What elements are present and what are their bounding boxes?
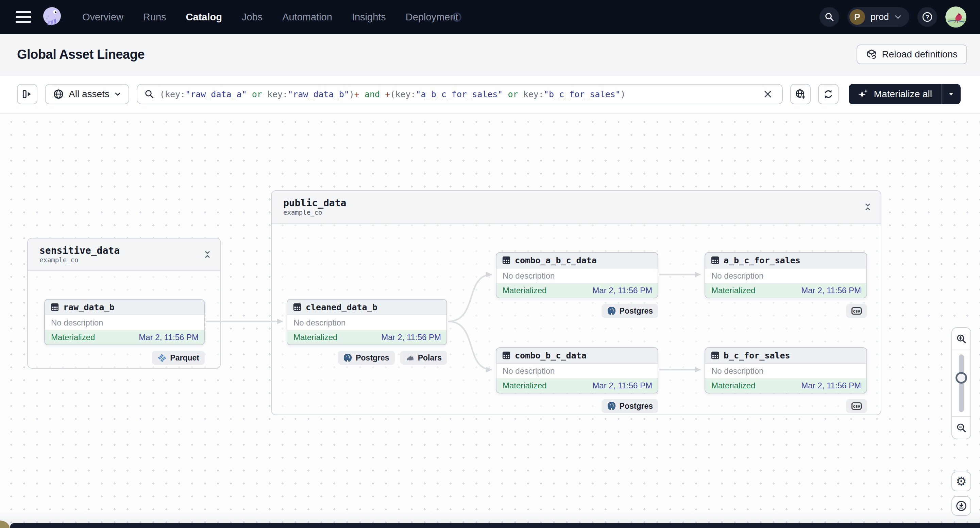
materialization-status: Materialized xyxy=(711,381,755,390)
download-image-button[interactable] xyxy=(951,496,971,516)
materialization-timestamp[interactable]: Mar 2, 11:56 PM xyxy=(801,381,861,390)
hamburger-menu-icon[interactable] xyxy=(16,11,31,23)
bird-avatar-image xyxy=(945,6,966,27)
group-header[interactable]: public_data example_co xyxy=(272,191,881,224)
zoom-in-button[interactable] xyxy=(952,328,970,350)
asset-status-row: Materialized Mar 2, 11:56 PM xyxy=(45,330,204,344)
materialization-status: Materialized xyxy=(711,286,755,295)
table-icon xyxy=(50,303,59,312)
query-segment xyxy=(360,89,364,99)
nav-item-overview[interactable]: Overview xyxy=(82,11,123,23)
asset-description: No description xyxy=(496,363,658,379)
asset-node-b_c_for_sales[interactable]: b_c_for_sales No description Materialize… xyxy=(705,347,867,393)
asset-description: No description xyxy=(705,268,866,283)
nav-item-automation[interactable]: Automation xyxy=(282,11,332,23)
query-segment: key: xyxy=(262,89,288,99)
csv-icon: csv xyxy=(851,306,862,316)
reload-definitions-button[interactable]: Reload definitions xyxy=(857,44,967,64)
query-segment: key: xyxy=(518,89,544,99)
asset-node-header: a_b_c_for_sales xyxy=(705,253,866,268)
user-avatar[interactable] xyxy=(945,6,966,27)
postgres-icon xyxy=(607,401,616,411)
deployment-switcher[interactable]: P prod xyxy=(847,7,909,27)
help-button[interactable]: ? xyxy=(918,7,937,27)
nav-item-insights[interactable]: Insights xyxy=(352,11,386,23)
asset-description: No description xyxy=(45,315,204,330)
tag-csv[interactable]: csv xyxy=(846,399,867,413)
top-nav: OverviewRunsCatalogJobsAutomationInsight… xyxy=(0,0,980,34)
tag-polars[interactable]: Polars xyxy=(400,350,447,365)
globe-icon xyxy=(53,89,64,100)
open-sidebar-button[interactable] xyxy=(17,84,37,104)
asset-node-a_b_c_for_sales[interactable]: a_b_c_for_sales No description Materiali… xyxy=(705,252,867,298)
asset-node-combo_b_c_data[interactable]: combo_b_c_data No description Materializ… xyxy=(496,347,658,393)
lineage-toolbar: All assets (key:"raw_data_a" or key:"raw… xyxy=(0,75,980,114)
query-segment xyxy=(503,89,508,99)
materialize-options-dropdown[interactable] xyxy=(941,84,961,104)
nav-links: OverviewRunsCatalogJobsAutomationInsight… xyxy=(82,11,458,23)
svg-text:csv: csv xyxy=(853,404,860,409)
collapse-group-button[interactable] xyxy=(204,251,212,258)
globe-add-icon xyxy=(795,89,806,100)
asset-node-raw_data_b[interactable]: raw_data_b No description Materialized M… xyxy=(44,299,205,345)
table-icon xyxy=(711,351,719,360)
lineage-graph-canvas[interactable]: ⚙ sensitive_data example_co public_data … xyxy=(0,114,980,528)
group-header[interactable]: sensitive_data example_co xyxy=(28,238,220,271)
svg-text:csv: csv xyxy=(853,309,860,314)
refresh-icon xyxy=(823,89,834,100)
csv-icon: csv xyxy=(851,401,862,411)
materialization-timestamp[interactable]: Mar 2, 11:56 PM xyxy=(592,381,652,390)
nav-item-catalog[interactable]: Catalog xyxy=(186,11,222,23)
deployment-name: prod xyxy=(870,12,889,22)
materialize-all-button[interactable]: Materialize all xyxy=(849,84,941,104)
collapse-icon xyxy=(204,251,212,258)
materialization-status: Materialized xyxy=(293,333,337,342)
query-segment: ) xyxy=(620,89,626,99)
asset-tags-row: csv xyxy=(705,304,867,318)
asset-node-cleaned_data_b[interactable]: cleaned_data_b No description Materializ… xyxy=(286,299,447,345)
materialization-timestamp[interactable]: Mar 2, 11:56 PM xyxy=(801,286,861,295)
asset-name: combo_b_c_data xyxy=(515,350,587,360)
tag-postgres[interactable]: Postgres xyxy=(601,304,658,318)
bottom-cutoff-bar xyxy=(10,523,980,528)
new-asset-selection-button[interactable] xyxy=(790,84,811,104)
refresh-button[interactable] xyxy=(818,84,838,104)
nav-item-jobs[interactable]: Jobs xyxy=(242,11,262,23)
tag-csv[interactable]: csv xyxy=(846,304,867,318)
materialize-all-label: Materialize all xyxy=(874,89,932,100)
asset-tags-row: Postgres xyxy=(496,399,658,413)
clear-search-button[interactable] xyxy=(760,87,775,101)
dagster-logo-icon[interactable] xyxy=(41,6,63,28)
zoom-out-button[interactable] xyxy=(952,416,970,439)
graph-settings-button[interactable]: ⚙ xyxy=(951,472,971,491)
query-segment: or xyxy=(508,89,518,99)
materialization-timestamp[interactable]: Mar 2, 11:56 PM xyxy=(592,286,652,295)
asset-node-combo_a_b_c_data[interactable]: combo_a_b_c_data No description Material… xyxy=(496,252,658,298)
panel-expand-icon xyxy=(22,89,32,99)
asset-search-input[interactable]: (key:"raw_data_a" or key:"raw_data_b")+ … xyxy=(137,84,783,104)
search-button[interactable] xyxy=(819,7,839,27)
tag-postgres[interactable]: Postgres xyxy=(601,399,658,413)
page-title: Global Asset Lineage xyxy=(17,47,145,62)
asset-name: combo_a_b_c_data xyxy=(515,255,597,265)
search-query-text[interactable]: (key:"raw_data_a" or key:"raw_data_b")+ … xyxy=(160,89,755,99)
zoom-in-icon xyxy=(956,333,967,344)
nav-item-deployment[interactable]: Deployment xyxy=(406,11,458,23)
nav-item-runs[interactable]: Runs xyxy=(143,11,166,23)
asset-status-row: Materialized Mar 2, 11:56 PM xyxy=(496,283,658,298)
asset-scope-dropdown[interactable]: All assets xyxy=(45,84,129,104)
materialization-timestamp[interactable]: Mar 2, 11:56 PM xyxy=(381,333,441,342)
zoom-controls xyxy=(951,327,971,439)
materialization-timestamp[interactable]: Mar 2, 11:56 PM xyxy=(139,333,199,342)
tag-parquet[interactable]: Parquet xyxy=(152,350,205,365)
collapse-group-button[interactable] xyxy=(864,203,872,211)
zoom-slider-thumb[interactable] xyxy=(956,372,967,384)
tag-postgres[interactable]: Postgres xyxy=(338,350,395,365)
materialization-status: Materialized xyxy=(503,286,546,295)
asset-status-row: Materialized Mar 2, 11:56 PM xyxy=(705,379,866,393)
zoom-slider[interactable] xyxy=(952,350,970,416)
asset-name: b_c_for_sales xyxy=(724,350,790,360)
asset-name: a_b_c_for_sales xyxy=(724,255,800,265)
query-segment: (key: xyxy=(390,89,415,99)
asset-description: No description xyxy=(705,363,866,379)
